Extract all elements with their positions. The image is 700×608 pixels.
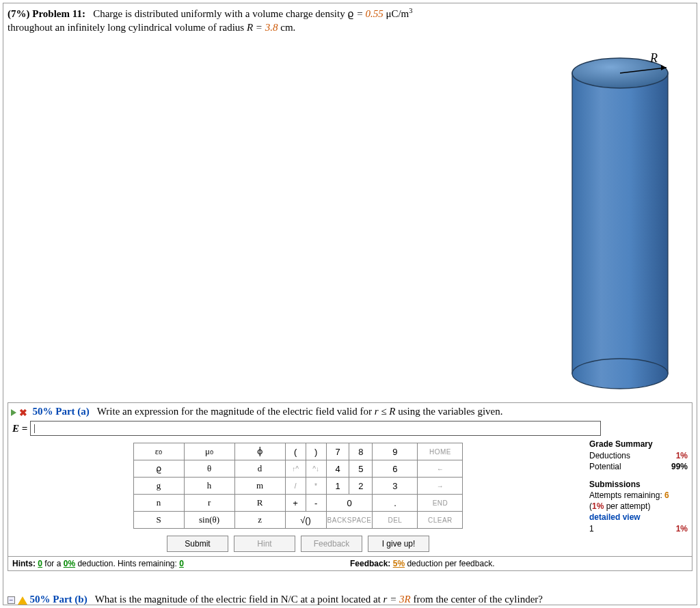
hints-bar: Hints: 0 for a 0% deduction. Hints remai… (8, 556, 692, 570)
key-end[interactable]: END (418, 495, 463, 512)
key-rparen[interactable]: ) (306, 443, 326, 460)
cylinder-radius-label: R (649, 51, 658, 65)
part-a-block: ✖ 50% Part (a) Write an expression for t… (8, 402, 692, 571)
potential-value: 99% (671, 461, 688, 472)
key-m[interactable]: m (234, 478, 285, 495)
attempt-1-pct: 1% (676, 523, 688, 534)
feedback-text-b: deduction per feedback. (405, 559, 494, 568)
key-plus[interactable]: + (285, 495, 306, 512)
key-d[interactable]: d (234, 460, 285, 478)
key-sup[interactable]: ↑^ (285, 460, 306, 478)
key-left[interactable]: ← (418, 460, 463, 478)
svg-point-1 (572, 359, 668, 389)
cylinder-figure: R (552, 51, 691, 396)
key-S[interactable]: S (133, 512, 184, 529)
part-b-text-a: What is the magnitude of the electric fi… (95, 594, 383, 605)
giveup-button[interactable]: I give up! (368, 536, 429, 552)
problem-text-1: Charge is distributed uniformly with a v… (93, 8, 365, 19)
part-a-cond: r ≤ R (375, 406, 396, 417)
deductions-value: 1% (676, 450, 688, 461)
R-value: 3.8 (265, 22, 278, 33)
R-eq: R = (247, 22, 265, 33)
key-R-var[interactable]: R (234, 495, 285, 512)
problem-weight: (7%) (8, 8, 30, 19)
hints-text-c: deduction. Hints remaining: (75, 559, 179, 568)
key-del[interactable]: DEL (373, 512, 418, 529)
hints-label: Hints: (12, 559, 38, 568)
wrong-icon: ✖ (19, 407, 27, 418)
key-z[interactable]: z (234, 512, 285, 529)
key-phi[interactable]: ϕ (234, 443, 285, 460)
answer-label: E = (12, 423, 27, 434)
part-b-row: − 50% Part (b) What is the magnitude of … (8, 594, 692, 605)
problem-label: Problem 11: (32, 8, 85, 19)
collapse-icon[interactable]: − (8, 596, 15, 604)
hints-pct[interactable]: 0% (64, 559, 75, 568)
cylinder-svg: R (552, 51, 691, 393)
key-lparen[interactable]: ( (285, 443, 306, 460)
key-theta[interactable]: θ (184, 460, 234, 478)
attempt-1-num: 1 (589, 523, 594, 534)
feedback-label: Feedback: (350, 559, 393, 568)
key-mul[interactable]: * (306, 478, 326, 495)
key-dot[interactable]: . (373, 495, 418, 512)
problem-statement: (7%) Problem 11: Charge is distributed u… (8, 6, 692, 34)
problem-text-2: throughout an infinitely long cylindrica… (8, 22, 247, 33)
attempts-value: 6 (664, 490, 669, 500)
key-sqrt[interactable]: √() (285, 512, 326, 529)
part-b-r-val: 3R (399, 594, 411, 605)
key-sin[interactable]: sin(θ) (184, 512, 234, 529)
key-g[interactable]: g (133, 478, 184, 495)
part-a-text: Write an expression for the magnitude of… (97, 406, 375, 417)
action-row: Submit Hint Feedback I give up! (133, 536, 463, 552)
attempts-label: Attempts remaining: (589, 490, 664, 500)
key-sub[interactable]: ^↓ (306, 460, 326, 478)
detailed-view-link[interactable]: detailed view (589, 512, 688, 523)
key-6[interactable]: 6 (373, 460, 418, 478)
answer-row: E = (8, 419, 692, 439)
answer-input[interactable] (30, 421, 601, 436)
key-backspace[interactable]: BACKSPACE (326, 512, 373, 529)
expand-icon[interactable] (11, 409, 16, 416)
key-7[interactable]: 7 (326, 443, 349, 460)
key-home[interactable]: HOME (418, 443, 463, 460)
rho-value: 0.55 (365, 8, 383, 19)
submissions-title: Submissions (589, 479, 688, 490)
key-div[interactable]: / (285, 478, 306, 495)
key-r-var[interactable]: r (184, 495, 234, 512)
key-2[interactable]: 2 (349, 478, 373, 495)
part-a-header: ✖ 50% Part (a) Write an expression for t… (8, 403, 692, 419)
svg-rect-0 (572, 73, 668, 374)
feedback-button[interactable]: Feedback (301, 536, 362, 552)
hint-button[interactable]: Hint (234, 536, 295, 552)
key-rho[interactable]: ϱ (133, 460, 184, 478)
hints-remaining[interactable]: 0 (179, 559, 184, 568)
key-eps0[interactable]: ε₀ (133, 443, 184, 460)
key-n[interactable]: n (133, 495, 184, 512)
feedback-pct[interactable]: 5% (393, 559, 405, 568)
key-right[interactable]: → (418, 478, 463, 495)
grade-title: Grade Summary (589, 439, 688, 450)
key-mu0[interactable]: μ₀ (184, 443, 234, 460)
key-0[interactable]: 0 (326, 495, 373, 512)
part-a-text-2: using the variables given. (395, 406, 502, 417)
deductions-label: Deductions (589, 450, 630, 461)
R-unit: cm. (278, 22, 295, 33)
part-b-pct: 50% (30, 594, 51, 605)
problem-container: (7%) Problem 11: Charge is distributed u… (3, 3, 697, 605)
key-clear[interactable]: CLEAR (418, 512, 463, 529)
key-h[interactable]: h (184, 478, 234, 495)
key-3[interactable]: 3 (373, 478, 418, 495)
key-4[interactable]: 4 (326, 460, 349, 478)
part-a-pct: 50% (33, 406, 53, 417)
key-minus[interactable]: - (306, 495, 326, 512)
part-b-text-b: from the center of the cylinder? (411, 594, 543, 605)
grade-summary: Grade Summary Deductions 1% Potential 99… (589, 439, 688, 552)
hints-text-b: for a (42, 559, 64, 568)
keypad: ε₀ μ₀ ϕ ( ) 7 8 9 HOME ϱ θ (133, 443, 463, 529)
key-1[interactable]: 1 (326, 478, 349, 495)
key-5[interactable]: 5 (349, 460, 373, 478)
key-8[interactable]: 8 (349, 443, 373, 460)
key-9[interactable]: 9 (373, 443, 418, 460)
submit-button[interactable]: Submit (167, 536, 228, 552)
